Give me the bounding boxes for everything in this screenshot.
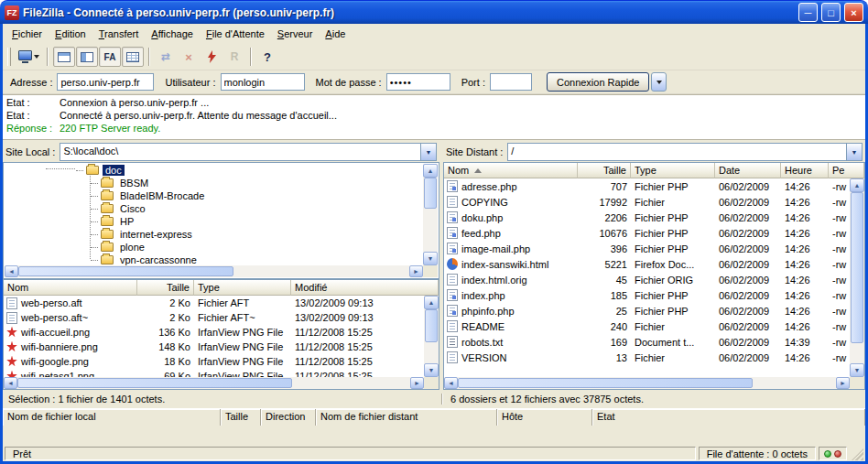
scroll-left-button[interactable]: ◄ — [444, 377, 458, 389]
help-button[interactable]: ? — [256, 47, 278, 67]
file-row-adresse-php[interactable]: adresse.php707Fichier PHP06/02/200914:26… — [444, 178, 850, 194]
tree-item-plone[interactable]: plone — [5, 241, 423, 254]
filename-filters-button[interactable]: FA — [99, 47, 121, 67]
scroll-right-button[interactable]: ► — [410, 377, 424, 389]
file-row-index-html-orig[interactable]: index.html.orig45Fichier ORIG06/02/20091… — [444, 272, 850, 287]
password-input[interactable] — [386, 73, 450, 91]
scrollbar-track[interactable] — [423, 178, 438, 252]
column-header-modifi[interactable]: Modifié — [291, 280, 439, 296]
local-path-dropdown[interactable]: ▼ — [420, 144, 436, 160]
menu-item-transfert[interactable]: Transfert — [92, 27, 146, 41]
reconnect-button[interactable]: R — [223, 47, 245, 67]
close-button[interactable]: × — [844, 3, 863, 22]
toolbar-grip[interactable] — [7, 48, 11, 66]
column-header-nom[interactable]: Nom — [4, 280, 137, 296]
scroll-down-button[interactable]: ▼ — [423, 252, 438, 265]
tree-item-hp[interactable]: HP — [5, 215, 423, 228]
file-row-robots-txt[interactable]: robots.txt169Document t...06/02/200914:3… — [444, 334, 850, 350]
column-header-date[interactable]: Date — [715, 163, 781, 178]
port-input[interactable] — [490, 73, 532, 91]
scroll-down-button[interactable]: ▼ — [424, 363, 439, 377]
tree-item-bbsm[interactable]: BBSM — [5, 177, 423, 189]
queue-column-taille[interactable]: Taille — [221, 409, 261, 426]
column-header-type[interactable]: Type — [194, 280, 291, 296]
address-input[interactable] — [57, 73, 154, 91]
queue-column-nom-de-fichier-distant[interactable]: Nom de fichier distant — [316, 409, 497, 426]
scrollbar-thumb[interactable] — [425, 309, 438, 342]
menu-item-aide[interactable]: Aide — [319, 27, 352, 41]
file-row-image-mail-php[interactable]: image-mail.php396Fichier PHP06/02/200914… — [444, 241, 850, 256]
site-manager-button[interactable] — [16, 47, 42, 67]
resize-grip[interactable] — [852, 448, 863, 460]
local-list-horizontal-scrollbar[interactable]: ◄ ► — [4, 377, 424, 389]
local-file-list-body[interactable]: web-perso.aft2 KoFichier AFT13/02/2009 0… — [4, 296, 424, 377]
remote-list-horizontal-scrollbar[interactable]: ◄ ► — [444, 377, 850, 389]
cancel-button[interactable]: × — [178, 47, 200, 67]
queue-column-h-te[interactable]: Hôte — [497, 409, 592, 426]
tree-item-doc[interactable]: doc — [5, 164, 423, 177]
minimize-button[interactable]: ─ — [798, 3, 818, 22]
message-log[interactable]: Etat :Connexion à perso.univ-perp.fr ...… — [3, 94, 865, 140]
toggle-queue-button[interactable] — [122, 47, 144, 67]
toggle-local-tree-button[interactable] — [76, 47, 98, 67]
scrollbar-thumb[interactable] — [424, 178, 437, 209]
local-path-combo[interactable]: S:\local\doc\ ▼ — [60, 143, 437, 161]
scrollbar-thumb[interactable] — [18, 266, 233, 276]
file-row-copying[interactable]: COPYING17992Fichier06/02/200914:26-rw — [444, 194, 850, 210]
scroll-up-button[interactable]: ▲ — [424, 296, 439, 309]
file-row-wifi-google-png[interactable]: wifi-google.png18 KoIrfanView PNG File11… — [4, 354, 424, 369]
file-row-index-sanswiki-html[interactable]: index-sanswiki.html5221Firefox Doc...06/… — [444, 256, 850, 272]
disconnect-button[interactable] — [201, 47, 222, 67]
file-row-index-php[interactable]: index.php185Fichier PHP06/02/200914:26-r… — [444, 287, 850, 303]
scrollbar-track[interactable] — [458, 377, 836, 389]
queue-column-nom-de-fichier-local[interactable]: Nom de fichier local — [3, 409, 221, 426]
column-header-nom[interactable]: Nom — [444, 163, 578, 178]
file-row-phpinfo-php[interactable]: phpinfo.php25Fichier PHP06/02/200914:26-… — [444, 303, 850, 318]
scrollbar-thumb[interactable] — [17, 378, 292, 388]
maximize-button[interactable]: □ — [821, 3, 841, 22]
local-tree-vertical-scrollbar[interactable]: ▲ ▼ — [423, 164, 438, 265]
remote-list-vertical-scrollbar[interactable]: ▲ ▼ — [850, 178, 864, 377]
queue-column-etat[interactable]: Etat — [592, 409, 865, 426]
scrollbar-track[interactable] — [424, 309, 439, 363]
scrollbar-thumb[interactable] — [458, 378, 753, 388]
remote-file-list-body[interactable]: adresse.php707Fichier PHP06/02/200914:26… — [444, 178, 850, 377]
column-header-pe[interactable]: Pe — [829, 163, 864, 178]
column-header-taille[interactable]: Taille — [578, 163, 631, 178]
local-list-vertical-scrollbar[interactable]: ▲ ▼ — [424, 296, 439, 377]
file-row-wifi-banniere-png[interactable]: wifi-banniere.png148 KoIrfanView PNG Fil… — [4, 340, 424, 354]
refresh-button[interactable]: ⇄ — [155, 47, 177, 67]
menu-item-serveur[interactable]: Serveur — [271, 27, 320, 41]
scroll-left-button[interactable]: ◄ — [5, 265, 18, 277]
scrollbar-track[interactable] — [17, 377, 410, 389]
file-row-wifi-netasq1-png[interactable]: wifi-netasq1.png69 KoIrfanView PNG File1… — [4, 369, 424, 377]
toggle-message-log-button[interactable] — [53, 47, 75, 67]
file-row-web-perso-aft[interactable]: web-perso.aft~2 KoFichier AFT~13/02/2009… — [4, 310, 424, 325]
scroll-right-button[interactable]: ► — [409, 265, 423, 277]
quickconnect-button[interactable]: Connexion Rapide — [547, 72, 650, 92]
column-header-heure[interactable]: Heure — [781, 163, 829, 178]
file-row-feed-php[interactable]: feed.php10676Fichier PHP06/02/200914:26-… — [444, 225, 850, 241]
file-row-doku-php[interactable]: doku.php2206Fichier PHP06/02/200914:26-r… — [444, 210, 850, 225]
local-tree[interactable]: docBBSMBladeIBM-BrocadeCiscoHPinternet-e… — [5, 164, 423, 265]
menu-item-file-d-attente[interactable]: File d'Attente — [200, 27, 271, 41]
scrollbar-track[interactable] — [18, 265, 409, 277]
tree-item-cisco[interactable]: Cisco — [5, 202, 423, 215]
file-row-wifi-accueil-png[interactable]: wifi-accueil.png136 KoIrfanView PNG File… — [4, 325, 424, 340]
column-header-type[interactable]: Type — [631, 163, 715, 178]
remote-path-combo[interactable]: / ▼ — [507, 143, 863, 161]
scroll-down-button[interactable]: ▼ — [850, 363, 864, 377]
tree-item-bladeibm-brocade[interactable]: BladeIBM-Brocade — [5, 189, 423, 202]
scrollbar-thumb[interactable] — [851, 192, 863, 343]
menu-item-edition[interactable]: Edition — [49, 27, 92, 41]
tree-item-vpn-carcassonne[interactable]: vpn-carcassonne — [5, 254, 423, 265]
title-bar[interactable]: FZ FileZilla - Connecté à perso.univ-per… — [0, 0, 868, 24]
user-input[interactable] — [221, 73, 305, 91]
column-header-taille[interactable]: Taille — [137, 280, 194, 296]
scrollbar-track[interactable] — [850, 192, 864, 363]
file-row-version[interactable]: VERSION13Fichier06/02/200914:26-rw — [444, 350, 850, 365]
file-row-readme[interactable]: README240Fichier06/02/200914:26-rw — [444, 318, 850, 334]
quickconnect-dropdown[interactable] — [651, 72, 667, 92]
queue-body[interactable] — [3, 426, 865, 446]
scroll-up-button[interactable]: ▲ — [423, 164, 438, 178]
